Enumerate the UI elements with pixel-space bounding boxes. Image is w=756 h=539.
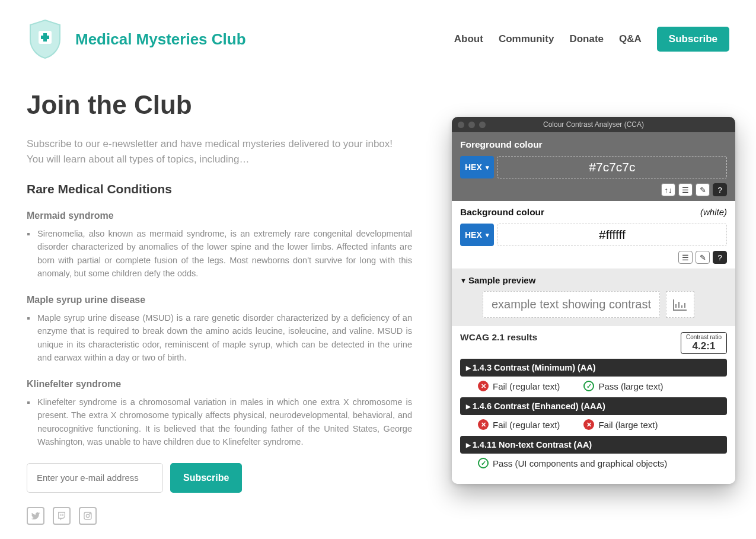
eyedropper-icon[interactable]: ✎ bbox=[696, 251, 710, 264]
background-label: Background colour bbox=[460, 207, 727, 218]
nav-donate[interactable]: Donate bbox=[569, 33, 604, 45]
sample-preview-section: Sample preview example text showing cont… bbox=[452, 269, 735, 326]
subscribe-button[interactable]: Subscribe bbox=[170, 463, 242, 493]
nav-subscribe-button[interactable]: Subscribe bbox=[657, 27, 729, 52]
sample-text: example text showing contrast bbox=[483, 291, 660, 318]
help-icon[interactable]: ? bbox=[713, 251, 727, 264]
intro-text: Subscribe to our e-newsletter and have m… bbox=[27, 136, 412, 167]
nav-qna[interactable]: Q&A bbox=[619, 33, 642, 45]
ratio-value: 4.2:1 bbox=[686, 340, 722, 352]
result-bar-nontext[interactable]: 1.4.11 Non-text Contrast (AA) bbox=[460, 436, 727, 454]
background-section: (white) Background colour HEX #ffffff ☰ … bbox=[452, 201, 735, 269]
window-controls[interactable] bbox=[458, 122, 486, 128]
result-label: Pass (UI components and graphical object… bbox=[493, 458, 667, 468]
list-item: Sirenomelia, also known as mermaid syndr… bbox=[36, 227, 412, 280]
result-bar-aa-minimum[interactable]: 1.4.3 Contrast (Minimum) (AA) bbox=[460, 359, 727, 377]
close-icon[interactable] bbox=[458, 122, 464, 128]
logo-icon bbox=[27, 18, 63, 60]
cca-window-title: Colour Contrast Analyser (CCA) bbox=[452, 120, 735, 129]
sliders-icon[interactable]: ☰ bbox=[678, 251, 693, 264]
fail-icon: ✕ bbox=[478, 419, 489, 430]
condition-body: Maple syrup urine disease (MSUD) is a ra… bbox=[36, 311, 412, 365]
pass-large: ✓Pass (large text) bbox=[583, 381, 663, 391]
site-header: Medical Mysteries Club About Community D… bbox=[0, 0, 756, 72]
contrast-ratio-box: Contrast ratio 4.2:1 bbox=[681, 332, 727, 354]
results-section: WCAG 2.1 results Contrast ratio 4.2:1 1.… bbox=[452, 326, 735, 484]
svg-point-4 bbox=[86, 514, 89, 517]
result-label: Pass (large text) bbox=[598, 381, 663, 391]
result-label: Fail (large text) bbox=[598, 420, 658, 430]
foreground-format-select[interactable]: HEX bbox=[460, 156, 494, 178]
cca-window: Colour Contrast Analyser (CCA) Foregroun… bbox=[452, 117, 735, 484]
brand: Medical Mysteries Club bbox=[27, 18, 246, 60]
email-field[interactable] bbox=[27, 463, 163, 493]
eyedropper-icon[interactable]: ✎ bbox=[696, 183, 710, 196]
fail-regular: ✕Fail (regular text) bbox=[478, 419, 560, 430]
condition-title: Maple syrup urine disease bbox=[27, 295, 412, 305]
sliders-icon[interactable]: ☰ bbox=[678, 183, 693, 196]
result-label: Fail (regular text) bbox=[493, 381, 560, 391]
fail-regular: ✕Fail (regular text) bbox=[478, 381, 560, 391]
minimize-icon[interactable] bbox=[468, 122, 475, 128]
list-item: Maple syrup urine disease (MSUD) is a ra… bbox=[36, 311, 412, 365]
section-title: Rare Medical Conditions bbox=[27, 182, 412, 196]
cca-titlebar[interactable]: Colour Contrast Analyser (CCA) bbox=[452, 117, 735, 132]
main-content: Join the Club Subscribe to our e-newslet… bbox=[0, 72, 439, 525]
twitter-icon[interactable] bbox=[27, 507, 44, 525]
twitch-icon[interactable] bbox=[53, 507, 71, 525]
svg-rect-2 bbox=[41, 36, 49, 39]
nav-community[interactable]: Community bbox=[499, 33, 554, 45]
foreground-label: Foreground colour bbox=[460, 139, 727, 150]
fail-large: ✕Fail (large text) bbox=[583, 419, 658, 430]
list-item: Klinefelter syndrome is a chromosomal va… bbox=[36, 396, 412, 449]
social-icons bbox=[27, 507, 412, 525]
result-row: ✓Pass (UI components and graphical objec… bbox=[460, 458, 727, 474]
zoom-icon[interactable] bbox=[479, 122, 486, 128]
sample-header[interactable]: Sample preview bbox=[460, 275, 727, 285]
help-icon[interactable]: ? bbox=[713, 183, 727, 196]
fail-icon: ✕ bbox=[583, 419, 594, 430]
fail-icon: ✕ bbox=[478, 381, 489, 391]
nav: About Community Donate Q&A Subscribe bbox=[454, 27, 729, 52]
background-value-input[interactable]: #ffffff bbox=[497, 224, 727, 246]
pass-icon: ✓ bbox=[583, 381, 594, 391]
page-title: Join the Club bbox=[27, 90, 412, 120]
condition-body: Sirenomelia, also known as mermaid syndr… bbox=[36, 227, 412, 280]
chart-icon[interactable] bbox=[666, 291, 694, 318]
instagram-icon[interactable] bbox=[79, 507, 97, 525]
background-format-select[interactable]: HEX bbox=[460, 224, 494, 246]
subscribe-row: Subscribe bbox=[27, 463, 412, 493]
foreground-value-input[interactable]: #7c7c7c bbox=[497, 156, 727, 178]
svg-point-5 bbox=[90, 513, 90, 514]
ratio-label: Contrast ratio bbox=[686, 334, 722, 340]
pass-ui: ✓Pass (UI components and graphical objec… bbox=[478, 458, 667, 468]
brand-title: Medical Mysteries Club bbox=[75, 30, 246, 49]
pass-icon: ✓ bbox=[478, 458, 489, 468]
condition-title: Mermaid syndrome bbox=[27, 211, 412, 221]
nav-about[interactable]: About bbox=[454, 33, 483, 45]
condition-body: Klinefelter syndrome is a chromosomal va… bbox=[36, 396, 412, 449]
result-row: ✕Fail (regular text) ✓Pass (large text) bbox=[460, 381, 727, 397]
result-row: ✕Fail (regular text) ✕Fail (large text) bbox=[460, 419, 727, 436]
swap-icon[interactable]: ↑↓ bbox=[661, 183, 675, 196]
condition-title: Klinefelter syndrome bbox=[27, 379, 412, 390]
white-note: (white) bbox=[700, 207, 727, 217]
foreground-section: Foreground colour HEX #7c7c7c ↑↓ ☰ ✎ ? bbox=[452, 132, 735, 201]
result-label: Fail (regular text) bbox=[493, 420, 560, 430]
results-title: WCAG 2.1 results bbox=[460, 332, 537, 343]
result-bar-aaa-enhanced[interactable]: 1.4.6 Contrast (Enhanced) (AAA) bbox=[460, 397, 727, 415]
